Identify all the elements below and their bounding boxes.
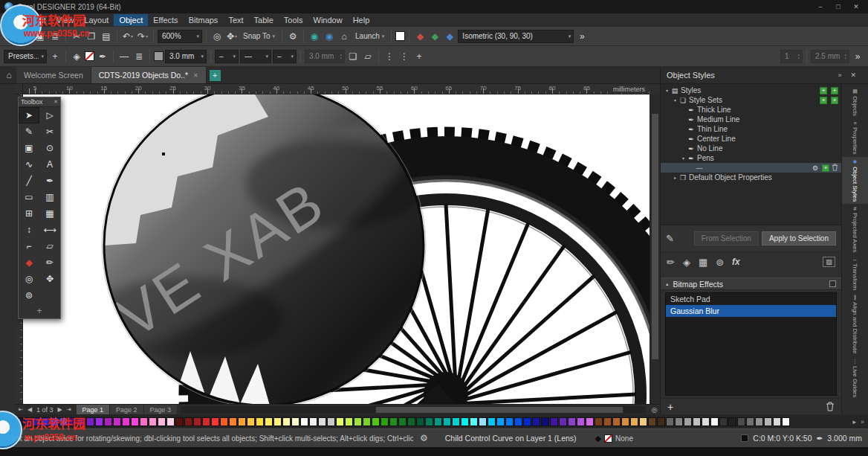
eyedropper-icon[interactable]: ✏	[667, 257, 675, 268]
redo-icon[interactable]: ↷▾	[136, 30, 149, 43]
docker-tab[interactable]: ▤ Objects	[842, 86, 868, 118]
docker-tab[interactable]: ≡ Properties	[842, 118, 868, 156]
palette-color-swatch[interactable]	[59, 417, 68, 426]
menu-item[interactable]: Table	[249, 14, 279, 26]
palette-color-swatch[interactable]	[256, 417, 264, 426]
palette-color-swatch[interactable]	[684, 417, 692, 426]
palette-color-swatch[interactable]	[648, 417, 656, 426]
palette-color-swatch[interactable]	[24, 417, 32, 426]
palette-color-swatch[interactable]	[541, 417, 549, 426]
menu-item[interactable]: Effects	[148, 14, 183, 26]
cylinder-tool[interactable]: ▥	[39, 189, 60, 205]
anchor-a-icon[interactable]: ⋮	[383, 50, 396, 63]
palette-color-swatch[interactable]	[363, 417, 371, 426]
palette-color-swatch[interactable]	[443, 417, 451, 426]
count-spin[interactable]: 1▴▾	[780, 50, 803, 63]
save-icon[interactable]: ▣	[33, 30, 47, 43]
smart-drawing-tool[interactable]: ▣	[19, 140, 39, 156]
outline-pen-icon[interactable]: ✒	[96, 50, 109, 63]
palette-color-swatch[interactable]	[425, 417, 433, 426]
page-color-swatch[interactable]	[395, 31, 405, 41]
scale-outline-icon[interactable]: ▱	[361, 50, 375, 63]
palette-color-swatch[interactable]	[434, 417, 442, 426]
undo-icon[interactable]: ↶▾	[121, 30, 135, 43]
close-button[interactable]: ✕	[847, 1, 865, 13]
snap-to-dropdown[interactable]: Snap To▾	[240, 32, 278, 40]
palette-color-swatch[interactable]	[461, 417, 469, 426]
line-pattern-combo[interactable]: —▾	[240, 50, 271, 63]
knife-tool[interactable]: ✂	[39, 123, 60, 140]
table-tool[interactable]: ⊞	[19, 205, 39, 222]
apply-style-button[interactable]: +	[822, 164, 829, 172]
palette-color-swatch[interactable]	[630, 417, 638, 426]
menu-item[interactable]: File	[3, 14, 27, 26]
ruler-origin[interactable]	[15, 84, 23, 94]
palette-color-swatch[interactable]	[559, 417, 567, 426]
store-globe-icon[interactable]: ◉	[323, 30, 336, 43]
effects-properties-icon[interactable]: ⊚	[716, 257, 724, 268]
palette-color-swatch[interactable]	[612, 417, 621, 426]
graph-paper-tool[interactable]: ▦	[39, 205, 60, 222]
palette-color-swatch[interactable]	[131, 417, 139, 426]
palette-color-swatch[interactable]	[149, 417, 157, 426]
docker-tab[interactable]: ↔ Transform	[842, 254, 868, 292]
palette-color-swatch[interactable]	[568, 417, 576, 426]
palette-color-swatch[interactable]	[140, 417, 148, 426]
tree-row[interactable]: ▾ ❏ Style Sets + +	[661, 95, 841, 105]
palette-color-swatch[interactable]	[586, 417, 594, 426]
menu-item[interactable]: Window	[308, 14, 348, 26]
palette-color-swatch[interactable]	[666, 417, 674, 426]
line-width-icon[interactable]: —	[117, 50, 131, 63]
zoom-tool-icon[interactable]: ◎	[210, 30, 224, 43]
palette-color-swatch[interactable]	[514, 417, 522, 426]
fx-icon[interactable]: fx	[732, 257, 740, 267]
page-tab[interactable]: Page 1	[77, 405, 111, 414]
pan-icon[interactable]: ✥▾	[225, 30, 239, 43]
palette-color-swatch[interactable]	[158, 417, 166, 426]
palette-color-swatch[interactable]	[33, 417, 41, 426]
palette-color-swatch[interactable]	[77, 417, 85, 426]
palette-color-swatch[interactable]	[407, 417, 415, 426]
interactive-fill-tool[interactable]: ◆	[19, 254, 39, 271]
tree-expand-icon[interactable]: ▸	[672, 175, 678, 180]
palette-color-swatch[interactable]	[15, 417, 23, 426]
palette-color-swatch[interactable]	[479, 417, 487, 426]
tree-row[interactable]: ▾ ✒ Pens	[661, 153, 841, 163]
palette-color-swatch[interactable]	[710, 417, 719, 426]
palette-color-swatch[interactable]	[532, 417, 540, 426]
docker-tab[interactable]: ❖ Object Styles	[842, 157, 868, 204]
docker-tab[interactable]: ⋮ Live Guides	[842, 356, 868, 399]
palette-color-swatch[interactable]	[327, 417, 335, 426]
palette-color-swatch[interactable]	[354, 417, 362, 426]
add-effect-button[interactable]: +	[667, 401, 673, 413]
palette-color-swatch[interactable]	[282, 417, 291, 426]
status-settings-gear-icon[interactable]: ⚙	[420, 433, 428, 443]
menu-item[interactable]: Help	[348, 14, 375, 26]
palette-color-swatch[interactable]	[452, 417, 460, 426]
document-tab[interactable]: CDTS-2019 Objects Do..* ✕	[91, 67, 207, 83]
palette-color-swatch[interactable]	[372, 417, 380, 426]
palette-color-swatch[interactable]	[621, 417, 629, 426]
cut-icon[interactable]: ✂	[70, 30, 83, 43]
palette-color-swatch[interactable]	[238, 417, 246, 426]
copy-icon[interactable]: ❐	[85, 30, 98, 43]
palette-color-swatch[interactable]	[42, 417, 50, 426]
pen-tool[interactable]: ✒	[39, 173, 60, 189]
height-spin[interactable]: 2.5 mm▴▾	[811, 50, 849, 63]
apply-to-selection-button[interactable]: Apply to Selection	[762, 231, 836, 245]
section-option-box[interactable]	[829, 280, 836, 287]
palette-color-swatch[interactable]	[309, 417, 317, 426]
minimize-button[interactable]: –	[812, 1, 829, 13]
menu-item[interactable]: Bitmaps	[184, 14, 224, 26]
outline-width-combo[interactable]: 3.0 mm▾	[165, 50, 207, 63]
presets-combo[interactable]: Presets...▾	[4, 50, 47, 63]
last-page-button[interactable]: ⇥	[65, 406, 74, 413]
tab-close-icon[interactable]: ✕	[193, 72, 198, 79]
palette-color-swatch[interactable]	[104, 417, 112, 426]
palette-color-swatch[interactable]	[184, 417, 192, 426]
palette-expand-icon[interactable]: »	[861, 418, 864, 426]
new-tab-button[interactable]: +	[210, 70, 221, 81]
ellipse-tool[interactable]: ⊙	[39, 140, 60, 156]
palette-color-swatch[interactable]	[702, 417, 710, 426]
palette-color-swatch[interactable]	[639, 417, 647, 426]
